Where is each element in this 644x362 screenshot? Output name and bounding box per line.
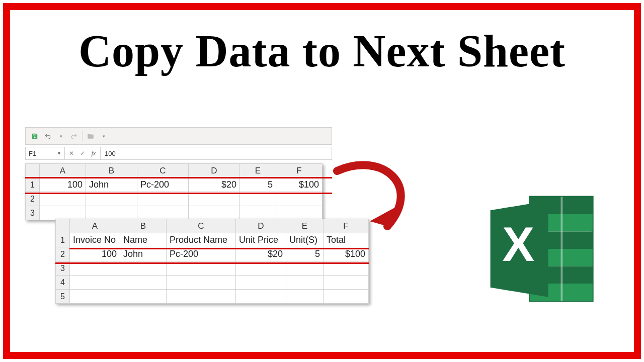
column-header-row: A B C D E F: [26, 164, 323, 178]
svg-rect-8: [561, 197, 563, 301]
cell-C1[interactable]: Product Name: [167, 233, 236, 247]
name-box-value: F1: [29, 150, 36, 157]
col-header-F[interactable]: F: [276, 164, 323, 178]
excel-logo-letter: X: [502, 217, 534, 271]
cancel-icon[interactable]: ✕: [67, 150, 76, 157]
highlight-line: [55, 262, 369, 264]
formula-buttons: ✕ ✓ fx: [65, 147, 101, 159]
cell-F5[interactable]: [324, 290, 369, 304]
table-row: 5: [56, 290, 369, 304]
col-header-B[interactable]: B: [120, 219, 167, 233]
cell-B1[interactable]: Name: [120, 233, 167, 247]
cell-E1[interactable]: 5: [240, 178, 276, 192]
cell-B4[interactable]: [120, 276, 167, 290]
cell-D4[interactable]: [236, 276, 286, 290]
fx-icon[interactable]: fx: [89, 150, 98, 157]
cell-A1[interactable]: 100: [40, 178, 86, 192]
source-sheet: A B C D E F 1 100 John Pc-200 $20 5 $100…: [25, 163, 323, 220]
cell-C4[interactable]: [167, 276, 236, 290]
customize-qat-icon[interactable]: ▾: [99, 131, 109, 141]
cell-A3[interactable]: [40, 206, 86, 220]
table-row: 3: [26, 206, 323, 220]
cell-E1[interactable]: Unit(S): [286, 233, 324, 247]
cell-F1[interactable]: Total: [324, 233, 369, 247]
source-grid[interactable]: A B C D E F 1 100 John Pc-200 $20 5 $100…: [25, 163, 323, 220]
col-header-C[interactable]: C: [167, 219, 236, 233]
row-header-1[interactable]: 1: [26, 178, 40, 192]
cell-D1[interactable]: $20: [189, 178, 240, 192]
col-header-A[interactable]: A: [40, 164, 86, 178]
quick-access-toolbar: ▾ ▾: [25, 127, 332, 145]
highlight-line: [25, 177, 332, 178]
save-icon[interactable]: [30, 131, 40, 141]
cell-E5[interactable]: [286, 290, 324, 304]
cell-F3[interactable]: [276, 206, 323, 220]
cell-E4[interactable]: [286, 276, 324, 290]
select-all-corner[interactable]: [26, 164, 40, 178]
cell-D1[interactable]: Unit Price: [236, 233, 286, 247]
undo-dropdown-icon[interactable]: ▾: [56, 131, 66, 141]
row-header-2[interactable]: 2: [56, 247, 70, 261]
select-all-corner[interactable]: [56, 219, 70, 233]
row-header-3[interactable]: 3: [26, 206, 40, 220]
col-header-A[interactable]: A: [70, 219, 120, 233]
col-header-B[interactable]: B: [86, 164, 137, 178]
table-row: 1 100 John Pc-200 $20 5 $100: [26, 178, 323, 192]
row-header-4[interactable]: 4: [56, 276, 70, 290]
destination-sheet: A B C D E F 1 Invoice No Name Product Na…: [55, 219, 369, 304]
cell-D3[interactable]: [189, 206, 240, 220]
table-row: 1 Invoice No Name Product Name Unit Pric…: [56, 233, 369, 247]
col-header-F[interactable]: F: [324, 219, 369, 233]
highlight-line: [69, 248, 369, 249]
cell-D5[interactable]: [236, 290, 286, 304]
open-icon[interactable]: [86, 131, 96, 141]
row-header-5[interactable]: 5: [56, 290, 70, 304]
cell-F1[interactable]: $100: [276, 178, 323, 192]
cell-A4[interactable]: [70, 276, 120, 290]
page-title: Copy Data to Next Sheet: [0, 25, 644, 77]
cell-C3[interactable]: [137, 206, 189, 220]
cell-B1[interactable]: John: [86, 178, 137, 192]
cell-B5[interactable]: [120, 290, 167, 304]
cell-A5[interactable]: [70, 290, 120, 304]
row-header-1[interactable]: 1: [56, 233, 70, 247]
cell-E3[interactable]: [240, 206, 276, 220]
cell-B3[interactable]: [86, 206, 137, 220]
undo-icon[interactable]: [43, 131, 53, 141]
destination-grid[interactable]: A B C D E F 1 Invoice No Name Product Na…: [55, 219, 369, 304]
col-header-E[interactable]: E: [240, 164, 276, 178]
formula-value: 100: [105, 150, 116, 157]
formula-input[interactable]: 100: [101, 147, 332, 159]
cell-A1[interactable]: Invoice No: [70, 233, 120, 247]
column-header-row: A B C D E F: [56, 219, 369, 233]
name-box[interactable]: F1 ▼: [26, 147, 65, 159]
toolbar-separator: [82, 131, 83, 141]
cell-F4[interactable]: [324, 276, 369, 290]
col-header-D[interactable]: D: [189, 164, 240, 178]
col-header-C[interactable]: C: [137, 164, 189, 178]
excel-logo-icon: X: [486, 191, 601, 307]
col-header-D[interactable]: D: [236, 219, 286, 233]
table-row: 4: [56, 276, 369, 290]
col-header-E[interactable]: E: [286, 219, 324, 233]
formula-bar: F1 ▼ ✕ ✓ fx 100: [25, 147, 332, 160]
name-box-dropdown-icon[interactable]: ▼: [57, 151, 61, 156]
cell-C5[interactable]: [167, 290, 236, 304]
redo-icon[interactable]: [69, 131, 79, 141]
enter-icon[interactable]: ✓: [78, 150, 87, 157]
cell-C1[interactable]: Pc-200: [137, 178, 189, 192]
highlight-line: [25, 193, 332, 194]
